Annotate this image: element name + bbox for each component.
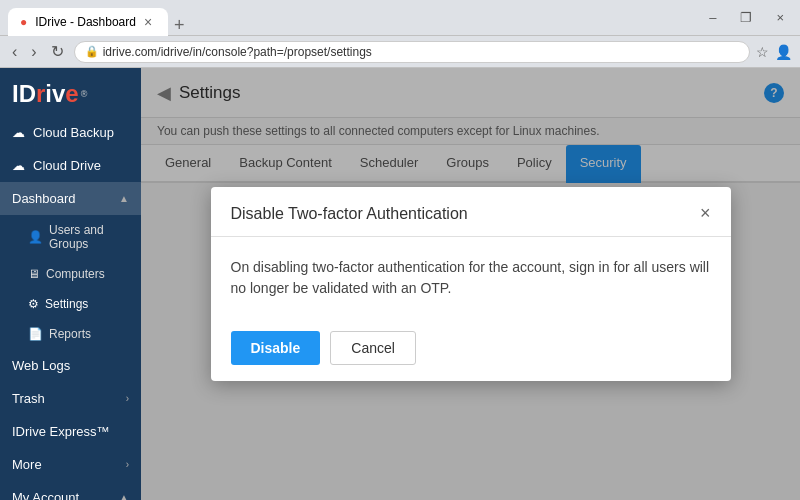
sidebar-label-cloud-drive: Cloud Drive xyxy=(33,158,101,173)
modal-header: Disable Two-factor Authentication × xyxy=(211,187,731,237)
cloud-backup-icon: ☁ xyxy=(12,125,25,140)
window-controls: – ❐ × xyxy=(701,10,792,25)
modal-body-text: On disabling two-factor authentication f… xyxy=(231,259,710,296)
favicon: ● xyxy=(20,15,27,29)
sidebar-item-settings[interactable]: ⚙ Settings xyxy=(0,289,141,319)
minimize-label: – xyxy=(701,10,724,25)
modal-footer: Disable Cancel xyxy=(211,319,731,381)
address-bar: ‹ › ↻ 🔒 idrive.com/idrive/in/console?pat… xyxy=(0,36,800,68)
my-account-chevron-icon: ▲ xyxy=(119,492,129,500)
sidebar-label-trash: Trash xyxy=(12,391,45,406)
new-tab-button[interactable]: + xyxy=(168,15,191,36)
sidebar-item-web-logs[interactable]: Web Logs xyxy=(0,349,141,382)
modal-close-button[interactable]: × xyxy=(700,203,711,224)
dashboard-chevron-icon: ▲ xyxy=(119,193,129,204)
url-text: idrive.com/idrive/in/console?path=/props… xyxy=(103,45,372,59)
dashboard-label: Dashboard xyxy=(12,191,76,206)
close-label: × xyxy=(768,10,792,25)
profile-icon[interactable]: 👤 xyxy=(775,44,792,60)
sidebar-label-more: More xyxy=(12,457,42,472)
sidebar-item-dashboard[interactable]: Dashboard ▲ xyxy=(0,182,141,215)
sidebar-item-reports[interactable]: 📄 Reports xyxy=(0,319,141,349)
tab-close-btn[interactable]: × xyxy=(144,14,152,30)
logo-area: IDrive ® xyxy=(0,68,141,116)
sidebar-item-my-account[interactable]: My Account ▲ xyxy=(0,481,141,500)
sidebar-item-users-groups[interactable]: 👤 Users and Groups xyxy=(0,215,141,259)
logo-text: IDrive xyxy=(12,80,79,108)
sidebar-item-computers[interactable]: 🖥 Computers xyxy=(0,259,141,289)
cloud-drive-icon: ☁ xyxy=(12,158,25,173)
address-actions: ☆ 👤 xyxy=(756,44,792,60)
sidebar-item-more[interactable]: More › xyxy=(0,448,141,481)
modal-overlay: Disable Two-factor Authentication × On d… xyxy=(141,68,800,500)
more-chevron-icon: › xyxy=(126,459,129,470)
cancel-button[interactable]: Cancel xyxy=(330,331,416,365)
modal-dialog: Disable Two-factor Authentication × On d… xyxy=(211,187,731,381)
url-bar[interactable]: 🔒 idrive.com/idrive/in/console?path=/pro… xyxy=(74,41,750,63)
sidebar-label-web-logs: Web Logs xyxy=(12,358,70,373)
main-layout: IDrive ® ☁ Cloud Backup ☁ Cloud Drive Da… xyxy=(0,68,800,500)
trash-chevron-icon: › xyxy=(126,393,129,404)
computers-icon: 🖥 xyxy=(28,267,40,281)
sidebar-label-idrive-express: IDrive Express™ xyxy=(12,424,110,439)
tab-title: IDrive - Dashboard xyxy=(35,15,136,29)
restore-label: ❐ xyxy=(732,10,760,25)
users-groups-icon: 👤 xyxy=(28,230,43,244)
forward-button[interactable]: › xyxy=(27,41,40,63)
browser-chrome: ● IDrive - Dashboard × + – ❐ × xyxy=(0,0,800,36)
logo-tm: ® xyxy=(81,89,88,99)
refresh-button[interactable]: ↻ xyxy=(47,40,68,63)
content-area: ◀ Settings ? You can push these settings… xyxy=(141,68,800,500)
sidebar-item-cloud-backup[interactable]: ☁ Cloud Backup xyxy=(0,116,141,149)
sidebar-item-trash[interactable]: Trash › xyxy=(0,382,141,415)
modal-title: Disable Two-factor Authentication xyxy=(231,205,468,223)
disable-button[interactable]: Disable xyxy=(231,331,321,365)
sidebar-label-my-account: My Account xyxy=(12,490,79,500)
sidebar-label-computers: Computers xyxy=(46,267,105,281)
secure-icon: 🔒 xyxy=(85,45,99,58)
active-tab[interactable]: ● IDrive - Dashboard × xyxy=(8,8,168,36)
sidebar: IDrive ® ☁ Cloud Backup ☁ Cloud Drive Da… xyxy=(0,68,141,500)
back-button[interactable]: ‹ xyxy=(8,41,21,63)
sidebar-item-cloud-drive[interactable]: ☁ Cloud Drive xyxy=(0,149,141,182)
tab-bar: ● IDrive - Dashboard × + xyxy=(8,0,191,36)
sidebar-label-cloud-backup: Cloud Backup xyxy=(33,125,114,140)
sidebar-label-users-groups: Users and Groups xyxy=(49,223,129,251)
settings-icon: ⚙ xyxy=(28,297,39,311)
sidebar-label-reports: Reports xyxy=(49,327,91,341)
bookmark-icon[interactable]: ☆ xyxy=(756,44,769,60)
reports-icon: 📄 xyxy=(28,327,43,341)
sidebar-label-settings: Settings xyxy=(45,297,88,311)
modal-body: On disabling two-factor authentication f… xyxy=(211,237,731,319)
sidebar-item-idrive-express[interactable]: IDrive Express™ xyxy=(0,415,141,448)
